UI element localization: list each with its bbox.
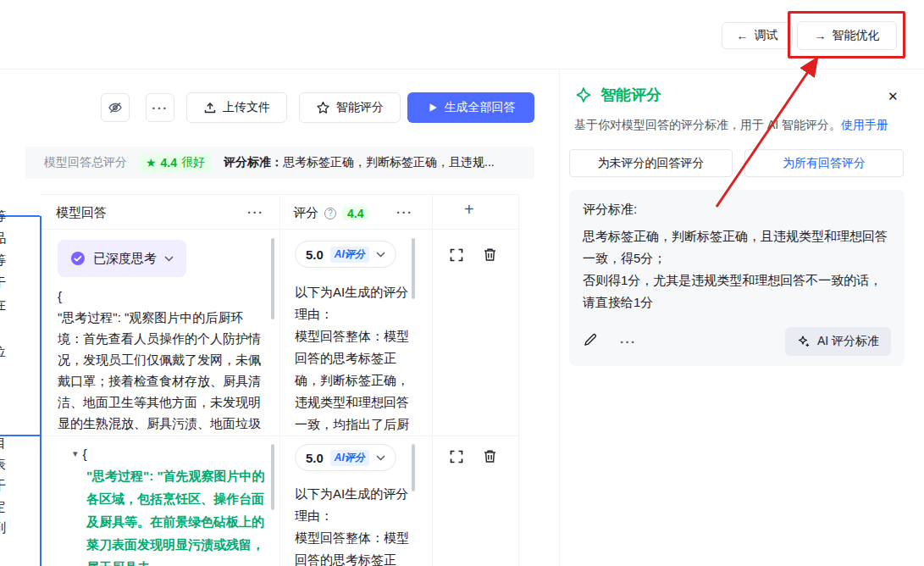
smart-optimize-button[interactable]: → 智能优化 bbox=[797, 21, 897, 50]
clipped-text-fragment: 干 bbox=[0, 478, 6, 494]
scrollbar-thumb[interactable] bbox=[271, 238, 274, 319]
edit-criteria-button[interactable] bbox=[583, 332, 598, 351]
ai-sparkle-icon bbox=[574, 86, 593, 104]
app-root: ← 调试 → 智能优化 ··· 上传文件 智能评分 bbox=[0, 0, 924, 566]
score-dropdown[interactable]: 5.0 AI评分 bbox=[295, 444, 396, 471]
column-header-model-answer: 模型回答 bbox=[56, 205, 107, 221]
score-column-label: 评分 bbox=[293, 205, 318, 221]
total-score-badge: ★ 4.4 很好 bbox=[139, 153, 212, 172]
panel-title: 智能评分 bbox=[600, 85, 661, 105]
column-header-score: 评分 ? 4.4 bbox=[293, 205, 368, 221]
chevron-down-icon bbox=[376, 252, 385, 258]
score-dropdown[interactable]: 5.0 AI评分 bbox=[295, 241, 396, 268]
clipped-text-fragment: 表 bbox=[0, 457, 6, 473]
pencil-icon bbox=[583, 332, 598, 347]
column-more-button[interactable]: ··· bbox=[247, 205, 264, 219]
summary-criteria-text: 思考标签正确，判断标签正确，且违规... bbox=[283, 155, 495, 169]
scrollbar-thumb[interactable] bbox=[271, 444, 274, 510]
upload-file-button[interactable]: 上传文件 bbox=[186, 92, 287, 123]
top-divider bbox=[0, 69, 924, 69]
panel-subtitle: 基于你对模型回答的评分标准，用于 AI 智能评分。使用手册 bbox=[574, 118, 888, 133]
clipped-text-fragment: 等 bbox=[0, 208, 6, 225]
table-col-border-1 bbox=[279, 194, 280, 566]
manual-link[interactable]: 使用手册 bbox=[841, 118, 888, 131]
ai-score-tag: AI评分 bbox=[330, 450, 369, 466]
score-value: 5.0 bbox=[306, 451, 324, 465]
upload-file-label: 上传文件 bbox=[223, 100, 270, 115]
score-all-button[interactable]: 为所有回答评分 bbox=[744, 149, 904, 177]
expand-icon bbox=[449, 449, 464, 464]
arrow-left-icon: ← bbox=[737, 29, 749, 42]
deep-think-toggle[interactable]: 已深度思考 bbox=[58, 240, 186, 277]
check-circle-icon bbox=[70, 251, 86, 266]
score-reason-text[interactable]: 以下为AI生成的评分理由： 模型回答整体：模型回答的思考标签正 bbox=[295, 483, 415, 566]
expand-icon bbox=[449, 247, 464, 263]
clipped-text-fragment: 目 bbox=[0, 436, 6, 452]
clipped-text-fragment: 位 bbox=[0, 344, 6, 360]
score-unscored-button[interactable]: 为未评分的回答评分 bbox=[569, 149, 733, 177]
column-more-button[interactable]: ··· bbox=[396, 205, 413, 219]
table-col-border-2 bbox=[432, 194, 433, 566]
clipped-text-fragment: 等 bbox=[0, 252, 6, 269]
debug-button[interactable]: ← 调试 bbox=[722, 22, 793, 49]
expand-row-button[interactable] bbox=[449, 247, 464, 266]
add-column-button[interactable]: + bbox=[464, 200, 474, 219]
ai-score-tag: AI评分 bbox=[330, 247, 369, 263]
hide-column-button[interactable] bbox=[101, 93, 130, 122]
model-answer-text[interactable]: { "思考过程": "观察图片中的后厨环境：首先查看人员操作的个人防护情况，发现… bbox=[58, 286, 266, 434]
chevron-down-icon bbox=[376, 455, 385, 461]
star-icon: ★ bbox=[146, 156, 157, 169]
score-unscored-label: 为未评分的回答评分 bbox=[598, 156, 705, 171]
panel-divider bbox=[559, 69, 560, 566]
clipped-text-fragment: 定 bbox=[0, 499, 6, 515]
total-score-value: 4.4 bbox=[161, 156, 177, 169]
delete-row-button[interactable] bbox=[482, 448, 498, 468]
star-icon bbox=[316, 101, 330, 115]
selected-cell-top-border bbox=[0, 215, 40, 217]
model-answer-text-streaming[interactable]: "思考过程": "首先观察图片中的各区域，包括烹饪区、操作台面及厨具等。在前景绿… bbox=[86, 464, 271, 566]
ai-criteria-label: AI 评分标准 bbox=[817, 334, 879, 349]
summary-criteria: 评分标准：思考标签正确，判断标签正确，且违规... bbox=[224, 155, 495, 170]
close-panel-button[interactable]: ✕ bbox=[888, 89, 899, 104]
upload-icon bbox=[203, 101, 217, 114]
chevron-down-icon bbox=[164, 256, 174, 262]
panel-header: 智能评分 bbox=[574, 85, 661, 105]
generate-all-button[interactable]: 生成全部回答 bbox=[407, 92, 534, 123]
criteria-label: 评分标准: bbox=[583, 202, 891, 218]
panel-subtitle-text: 基于你对模型回答的评分标准，用于 AI 智能评分。 bbox=[574, 118, 841, 131]
more-icon: ··· bbox=[152, 101, 169, 115]
clipped-text-fragment: 品 bbox=[0, 230, 6, 247]
scrollbar-thumb[interactable] bbox=[412, 238, 415, 299]
smart-score-button[interactable]: 智能评分 bbox=[299, 92, 401, 123]
criteria-line-2: 否则得1分，尤其是违规类型和理想回答不一致的话，请直接给1分 bbox=[583, 269, 891, 314]
expand-row-button[interactable] bbox=[449, 449, 464, 468]
smart-score-label: 智能评分 bbox=[336, 100, 384, 115]
collapse-toggle-icon[interactable]: ▾ bbox=[73, 448, 78, 459]
deep-think-label: 已深度思考 bbox=[93, 251, 157, 267]
ai-criteria-button[interactable]: AI 评分标准 bbox=[785, 327, 891, 356]
scrollbar-thumb[interactable] bbox=[412, 444, 415, 491]
generate-all-label: 生成全部回答 bbox=[445, 100, 516, 115]
eye-off-icon bbox=[108, 100, 123, 115]
smart-optimize-label: 智能优化 bbox=[833, 28, 880, 43]
score-all-label: 为所有回答评分 bbox=[783, 156, 866, 171]
clipped-text-fragment: 在 bbox=[0, 297, 6, 314]
arrow-right-icon: → bbox=[815, 29, 827, 42]
json-collapse-row[interactable]: ▾ { bbox=[73, 447, 87, 461]
trash-icon bbox=[482, 247, 498, 263]
delete-row-button[interactable] bbox=[482, 247, 498, 266]
debug-button-label: 调试 bbox=[755, 28, 778, 43]
toolbar-more-button[interactable]: ··· bbox=[146, 93, 174, 122]
help-icon[interactable]: ? bbox=[324, 208, 336, 219]
selected-cell-bottom-border bbox=[0, 435, 40, 436]
json-open-brace: { bbox=[83, 447, 87, 461]
frozen-pane-indicator bbox=[40, 216, 41, 566]
criteria-more-button[interactable]: ··· bbox=[620, 335, 637, 349]
score-reason-text[interactable]: 以下为AI生成的评分理由： 模型回答整体：模型回答的思考标签正确，判断标签正确，… bbox=[295, 281, 415, 436]
score-column-avg-badge: 4.4 bbox=[342, 207, 368, 220]
criteria-line-1: 思考标签正确，判断标签正确，且违规类型和理想回答一致，得5分； bbox=[583, 225, 891, 269]
trash-icon bbox=[482, 448, 498, 464]
clipped-text-fragment: 于 bbox=[0, 275, 6, 291]
play-icon bbox=[427, 102, 439, 114]
total-score-grade: 很好 bbox=[181, 155, 205, 170]
